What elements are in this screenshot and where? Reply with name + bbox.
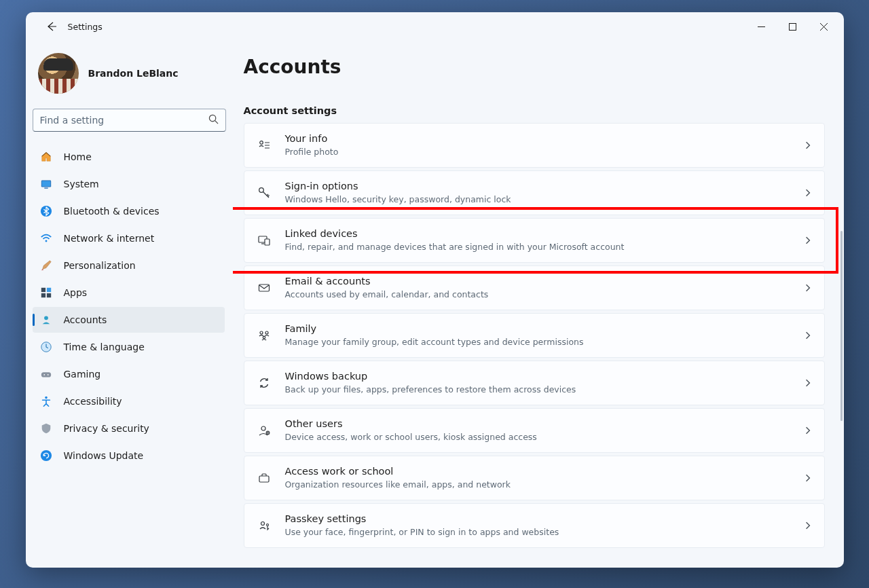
- sidebar-item-personalization[interactable]: Personalization: [33, 253, 225, 278]
- profile-name: Brandon LeBlanc: [88, 68, 179, 79]
- card-signin-options[interactable]: Sign-in options Windows Hello, security …: [244, 170, 825, 215]
- svg-rect-7: [41, 181, 50, 187]
- card-family[interactable]: Family Manage your family group, edit ac…: [244, 313, 825, 358]
- card-email-accounts[interactable]: Email & accounts Accounts used by email,…: [244, 265, 825, 310]
- chevron-right-icon: [804, 377, 812, 390]
- card-title: Sign-in options: [285, 180, 790, 194]
- card-desc: Find, repair, and manage devices that ar…: [285, 242, 790, 253]
- sidebar-item-label: Gaming: [64, 369, 101, 380]
- card-other-users[interactable]: Other users Device access, work or schoo…: [244, 408, 825, 453]
- svg-point-31: [260, 331, 263, 334]
- mail-icon: [257, 281, 272, 295]
- search-icon: [208, 114, 219, 127]
- brush-icon: [39, 259, 53, 272]
- sidebar-item-label: Accessibility: [64, 396, 122, 407]
- search-input[interactable]: [40, 115, 208, 126]
- card-title: Other users: [285, 418, 790, 431]
- svg-point-4: [209, 115, 215, 121]
- svg-point-15: [44, 316, 48, 320]
- svg-point-19: [47, 374, 48, 375]
- shield-icon: [39, 422, 53, 435]
- card-linked-devices[interactable]: Linked devices Find, repair, and manage …: [244, 218, 825, 263]
- settings-window: Settings Brandon LeBlanc: [26, 12, 844, 568]
- card-desc: Accounts used by email, calendar, and co…: [285, 289, 790, 301]
- card-title: Windows backup: [285, 370, 790, 384]
- svg-point-21: [40, 450, 51, 461]
- avatar: [38, 53, 79, 94]
- sidebar-item-accessibility[interactable]: Accessibility: [33, 388, 225, 414]
- sidebar-item-label: Personalization: [64, 260, 136, 271]
- person-icon: [39, 313, 53, 327]
- svg-point-18: [43, 374, 45, 375]
- sidebar-item-label: System: [64, 179, 99, 189]
- maximize-icon: [789, 23, 796, 31]
- devices-icon: [257, 234, 272, 247]
- sidebar-item-system[interactable]: System: [33, 171, 225, 197]
- gamepad-icon: [39, 367, 53, 381]
- chevron-right-icon: [804, 234, 812, 247]
- chevron-right-icon: [804, 519, 812, 532]
- sidebar-item-update[interactable]: Windows Update: [33, 443, 225, 468]
- clock-globe-icon: [39, 340, 53, 354]
- card-title: Linked devices: [285, 227, 790, 241]
- card-windows-backup[interactable]: Windows backup Back up your files, apps,…: [244, 361, 825, 405]
- sidebar: Brandon LeBlanc Home: [26, 41, 233, 568]
- sidebar-item-bluetooth[interactable]: Bluetooth & devices: [33, 198, 225, 224]
- svg-rect-28: [265, 239, 270, 245]
- search-box[interactable]: [33, 109, 226, 132]
- settings-cards: Your info Profile photo Sign-in options …: [244, 123, 825, 548]
- sidebar-item-accounts[interactable]: Accounts: [33, 307, 225, 333]
- svg-rect-1: [790, 23, 796, 30]
- sidebar-item-label: Accounts: [64, 314, 107, 325]
- titlebar: Settings: [26, 12, 844, 41]
- sidebar-item-network[interactable]: Network & internet: [33, 225, 225, 251]
- sidebar-item-apps[interactable]: Apps: [33, 280, 225, 306]
- chevron-right-icon: [804, 282, 812, 295]
- sidebar-item-label: Bluetooth & devices: [64, 206, 160, 217]
- sidebar-item-time[interactable]: Time & language: [33, 334, 225, 360]
- svg-point-10: [45, 240, 47, 242]
- briefcase-icon: [257, 471, 272, 485]
- maximize-button[interactable]: [777, 16, 809, 37]
- back-button[interactable]: [38, 13, 65, 40]
- close-button[interactable]: [809, 16, 840, 37]
- sidebar-item-label: Windows Update: [64, 450, 144, 461]
- svg-rect-13: [41, 293, 45, 297]
- profile-block[interactable]: Brandon LeBlanc: [33, 41, 226, 109]
- chevron-right-icon: [804, 329, 812, 342]
- card-work-school[interactable]: Access work or school Organization resou…: [244, 456, 825, 500]
- scrollbar-thumb[interactable]: [840, 231, 843, 421]
- system-icon: [39, 177, 53, 191]
- sidebar-item-privacy[interactable]: Privacy & security: [33, 416, 225, 441]
- svg-rect-36: [259, 476, 269, 482]
- svg-rect-11: [41, 288, 45, 292]
- chevron-right-icon: [804, 187, 812, 200]
- svg-line-5: [215, 120, 217, 123]
- sidebar-item-home[interactable]: Home: [33, 144, 225, 170]
- scrollbar[interactable]: [839, 149, 843, 561]
- user-plus-icon: [257, 424, 272, 437]
- wifi-icon: [39, 232, 53, 245]
- card-your-info[interactable]: Your info Profile photo: [244, 123, 825, 168]
- svg-rect-14: [46, 293, 50, 297]
- sidebar-item-label: Apps: [64, 287, 88, 298]
- chevron-right-icon: [804, 424, 812, 437]
- accessibility-icon: [39, 394, 53, 408]
- close-icon: [820, 23, 828, 31]
- sync-icon: [257, 376, 272, 390]
- svg-rect-17: [41, 372, 50, 377]
- card-title: Access work or school: [285, 465, 790, 479]
- minimize-button[interactable]: [746, 16, 777, 37]
- sidebar-item-gaming[interactable]: Gaming: [33, 361, 225, 387]
- card-desc: Manage your family group, edit account t…: [285, 337, 790, 348]
- svg-rect-30: [259, 284, 269, 291]
- sidebar-item-label: Privacy & security: [64, 423, 149, 434]
- card-title: Family: [285, 323, 790, 336]
- arrow-left-icon: [46, 21, 57, 32]
- update-icon: [39, 449, 53, 462]
- your-info-icon: [257, 139, 272, 152]
- svg-point-22: [259, 141, 263, 145]
- card-title: Passkey settings: [285, 513, 790, 526]
- card-passkey[interactable]: Passkey settings Use your face, fingerpr…: [244, 503, 825, 548]
- card-desc: Profile photo: [285, 147, 790, 158]
